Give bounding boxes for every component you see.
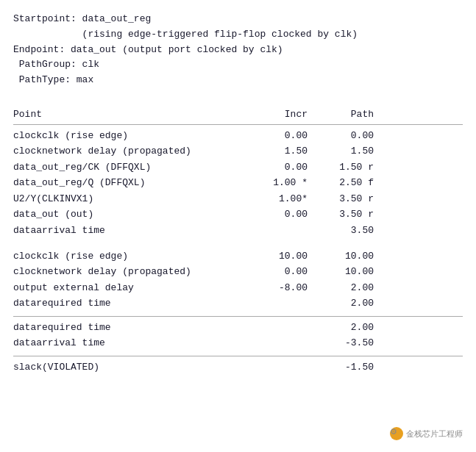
row-path: 0.00	[315, 128, 374, 143]
divider-top	[13, 124, 463, 125]
row-incr: -8.00	[249, 280, 315, 295]
row-incr: 0.00	[249, 264, 315, 279]
row-incr: 0.00	[249, 207, 315, 222]
row-point: clockclk (rise edge)	[13, 248, 249, 264]
header-line1: Startpoint: data_out_reg	[13, 12, 463, 27]
row-path: 3.50 r	[315, 191, 374, 207]
row-incr: 1.00*	[249, 191, 315, 207]
table-row: U2/Y(CLKINVX1)1.00*3.50 r	[13, 191, 463, 207]
row-incr: 10.00	[249, 248, 315, 264]
row-point: clocknetwork delay (propagated)	[13, 143, 249, 159]
divider-bot	[13, 356, 463, 356]
divider-mid	[13, 316, 463, 317]
section1: clockclk (rise edge)0.000.00 clocknetwor…	[13, 128, 463, 238]
row-path: 3.50 r	[315, 207, 374, 222]
row-incr	[249, 335, 315, 351]
header-line5: PathType: max	[13, 73, 463, 88]
table-row: dataarrival time3.50	[13, 223, 463, 238]
row-incr: 0.00	[249, 159, 315, 175]
timing-table: Point Incr Path clockclk (rise edge)0.00…	[13, 109, 463, 375]
table-row: clockclk (rise edge)10.0010.00	[13, 248, 463, 264]
table-row: clockclk (rise edge)0.000.00	[13, 128, 463, 143]
row-point: data_out_reg/CK (DFFQXL)	[13, 159, 249, 175]
row-path: 3.50	[315, 223, 374, 238]
row-point: dataarrival time	[13, 223, 249, 238]
row-path: 2.00	[315, 295, 374, 311]
col-header-point: Point	[13, 109, 249, 120]
row-path: 10.00	[315, 264, 374, 279]
row-point: clockclk (rise edge)	[13, 128, 249, 143]
row-point: datarequired time	[13, 295, 249, 311]
table-row: clocknetwork delay (propagated)0.0010.00	[13, 264, 463, 279]
table-row: data_out (out)0.003.50 r	[13, 207, 463, 222]
table-row: data_out_reg/Q (DFFQXL)1.00 *2.50 f	[13, 175, 463, 190]
row-incr	[249, 223, 315, 238]
row-incr: 0.00	[249, 128, 315, 143]
row-path: 1.50 r	[315, 159, 374, 175]
main-container: Startpoint: data_out_reg (rising edge-tr…	[0, 0, 476, 452]
table-header: Point Incr Path	[13, 109, 463, 120]
table-row: datarequired time2.00	[13, 320, 463, 335]
row-incr: 1.00 *	[249, 175, 315, 190]
watermark-icon: ⚙	[390, 427, 403, 440]
watermark: ⚙ 金栈芯片工程师	[390, 427, 463, 440]
table-row: slack(VIOLATED)-1.50	[13, 359, 463, 375]
row-point: dataarrival time	[13, 335, 249, 351]
row-point: data_out (out)	[13, 207, 249, 222]
table-row: datarequired time2.00	[13, 295, 463, 311]
row-path: 2.00	[315, 280, 374, 295]
table-row: data_out_reg/CK (DFFQXL)0.001.50 r	[13, 159, 463, 175]
section4: slack(VIOLATED)-1.50	[13, 359, 463, 375]
row-path: 1.50	[315, 143, 374, 159]
row-path: 2.00	[315, 320, 374, 335]
row-incr: 1.50	[249, 143, 315, 159]
row-path: -3.50	[315, 335, 374, 351]
row-point: datarequired time	[13, 320, 249, 335]
header-section: Startpoint: data_out_reg (rising edge-tr…	[13, 12, 463, 88]
row-incr	[249, 295, 315, 311]
header-line2: (rising edge-triggered flip-flop clocked…	[13, 27, 463, 43]
col-header-path: Path	[315, 109, 374, 120]
header-line4: PathGroup: clk	[13, 57, 463, 73]
row-point: slack(VIOLATED)	[13, 359, 249, 375]
section3: datarequired time2.00 dataarrival time-3…	[13, 320, 463, 351]
row-point: output external delay	[13, 280, 249, 295]
row-path: 10.00	[315, 248, 374, 264]
watermark-text: 金栈芯片工程师	[406, 428, 463, 440]
table-row: output external delay-8.002.00	[13, 280, 463, 295]
table-row: clocknetwork delay (propagated)1.501.50	[13, 143, 463, 159]
header-line3: Endpoint: data_out (output port clocked …	[13, 43, 463, 58]
row-path: 2.50 f	[315, 175, 374, 190]
row-point: U2/Y(CLKINVX1)	[13, 191, 249, 207]
row-path: -1.50	[315, 359, 374, 375]
spacer1	[13, 238, 463, 248]
section2: clockclk (rise edge)10.0010.00 clocknetw…	[13, 248, 463, 312]
table-row: dataarrival time-3.50	[13, 335, 463, 351]
col-header-incr: Incr	[249, 109, 315, 120]
row-incr	[249, 359, 315, 375]
row-incr	[249, 320, 315, 335]
row-point: clocknetwork delay (propagated)	[13, 264, 249, 279]
row-point: data_out_reg/Q (DFFQXL)	[13, 175, 249, 190]
